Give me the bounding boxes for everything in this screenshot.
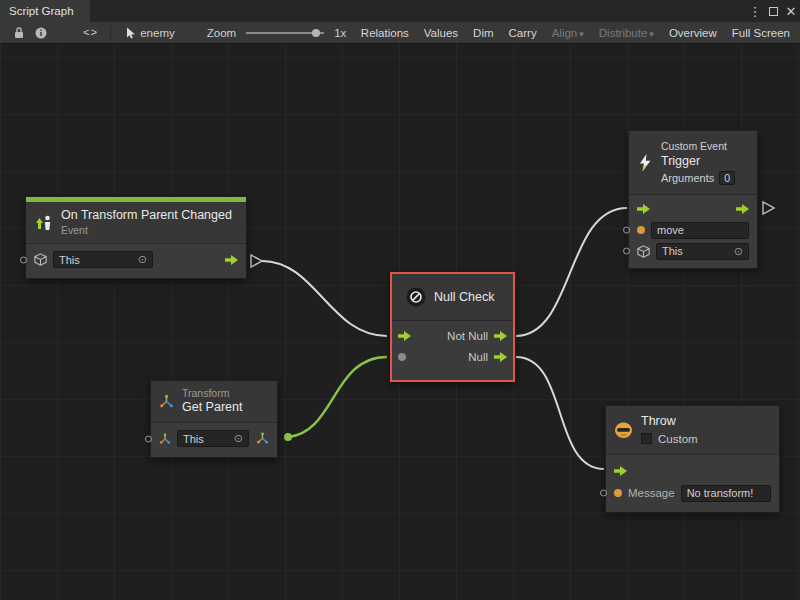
value-input-port[interactable]	[623, 248, 630, 255]
arguments-label: Arguments	[661, 171, 714, 186]
zoom-value: 1x	[334, 27, 346, 39]
node-null-check[interactable]: Null Check Not Null Null	[390, 272, 515, 382]
this-port-row: This ⊙	[159, 428, 269, 450]
this-field[interactable]: This ⊙	[656, 243, 749, 260]
align-button[interactable]: Align▾	[552, 27, 584, 39]
node-header: Custom Event Trigger Arguments 0	[629, 131, 757, 194]
value-input-port[interactable]	[145, 435, 152, 442]
this-field-value: This	[183, 433, 204, 445]
string-port[interactable]	[614, 489, 622, 497]
event-name-field[interactable]: move	[651, 222, 749, 239]
custom-option-row: Custom	[641, 432, 698, 446]
lock-icon[interactable]	[8, 22, 30, 43]
control-output-port[interactable]	[736, 204, 749, 214]
graph-canvas[interactable]: On Transform Parent Changed Event This ⊙	[0, 44, 800, 600]
node-titles: Throw Custom	[641, 414, 698, 446]
kebab-menu-icon[interactable]: ⋮	[746, 0, 764, 22]
info-icon[interactable]	[30, 22, 52, 43]
node-title: Throw	[641, 414, 698, 430]
chevron-down-icon: ▾	[579, 29, 584, 39]
control-output-port[interactable]	[225, 255, 238, 265]
wire-event-to-nullcheck	[262, 261, 387, 336]
message-field[interactable]: No transform!	[681, 485, 771, 502]
null-output-port[interactable]	[494, 352, 507, 362]
play-triangle-icon	[251, 255, 262, 267]
graph-cursor-icon	[126, 27, 136, 39]
relations-button[interactable]: Relations	[361, 27, 409, 39]
custom-checkbox[interactable]	[641, 433, 652, 444]
object-picker-icon[interactable]: ⊙	[234, 432, 243, 445]
node-body: Not Null Null	[392, 320, 513, 380]
code-icon[interactable]: <>	[78, 22, 103, 43]
distribute-button[interactable]: Distribute▾	[599, 27, 654, 39]
wire-notnull-to-customevent	[516, 208, 627, 336]
dim-button[interactable]: Dim	[473, 27, 493, 39]
zoom-slider[interactable]	[246, 26, 324, 40]
value-input-port[interactable]	[600, 490, 607, 497]
this-field[interactable]: This ⊙	[177, 430, 249, 447]
node-trigger-custom-event[interactable]: Custom Event Trigger Arguments 0	[628, 130, 758, 269]
object-picker-icon[interactable]: ⊙	[734, 245, 743, 258]
value-input-port[interactable]	[20, 256, 27, 263]
cube-icon	[637, 245, 650, 258]
control-input-port[interactable]	[637, 204, 650, 214]
not-null-label: Not Null	[447, 330, 488, 342]
node-titles: Transform Get Parent	[182, 387, 242, 416]
wire-getparent-to-nullcheck	[288, 357, 387, 437]
node-body: This ⊙	[151, 422, 277, 457]
control-input-port[interactable]	[398, 331, 411, 341]
transform-parent-event-icon	[34, 214, 53, 231]
value-input-port[interactable]	[623, 227, 630, 234]
object-picker-icon[interactable]: ⊙	[138, 253, 147, 266]
toolbar-divider	[110, 26, 111, 40]
zoom-label: Zoom	[207, 27, 236, 39]
value-wire-start-dot	[284, 433, 292, 441]
this-field[interactable]: This ⊙	[53, 251, 153, 268]
cube-icon	[34, 253, 47, 266]
node-titles: On Transform Parent Changed Event	[61, 208, 232, 237]
node-subtitle: Event	[61, 224, 232, 237]
node-header: Null Check	[392, 274, 513, 320]
overview-button[interactable]: Overview	[669, 27, 717, 39]
node-body: Message No transform!	[606, 454, 779, 512]
arguments-field[interactable]: 0	[719, 171, 735, 185]
toolbar-buttons: Relations Values Dim Carry Align▾ Distri…	[361, 27, 792, 39]
throw-icon	[614, 422, 633, 439]
wire-null-to-throw	[516, 357, 604, 469]
node-get-parent[interactable]: Transform Get Parent This ⊙	[150, 380, 278, 458]
maximize-square	[769, 7, 778, 16]
null-check-icon	[406, 287, 426, 307]
node-body: move This ⊙	[629, 194, 757, 268]
maximize-icon[interactable]	[764, 0, 782, 22]
custom-label: Custom	[658, 432, 698, 446]
graph-name-label: enemy	[140, 27, 175, 39]
node-header: On Transform Parent Changed Event	[26, 202, 246, 243]
node-body: This ⊙	[26, 243, 246, 278]
not-null-output-port[interactable]	[494, 331, 507, 341]
distribute-label: Distribute	[599, 27, 648, 39]
string-port[interactable]	[637, 226, 645, 234]
values-button[interactable]: Values	[424, 27, 458, 39]
fullscreen-button[interactable]: Full Screen	[732, 27, 790, 39]
node-on-transform-parent-changed[interactable]: On Transform Parent Changed Event This ⊙	[25, 196, 247, 279]
close-icon[interactable]: ✕	[782, 0, 800, 22]
this-port-row: This ⊙	[637, 241, 749, 262]
node-title: Null Check	[434, 290, 494, 304]
node-category: Custom Event	[661, 139, 735, 153]
node-titles: Custom Event Trigger Arguments 0	[661, 139, 735, 186]
carry-button[interactable]: Carry	[509, 27, 537, 39]
control-input-port[interactable]	[614, 466, 627, 476]
play-triangle-icon	[763, 202, 774, 214]
transform-output-port[interactable]	[256, 432, 269, 445]
value-input-port[interactable]	[398, 353, 406, 361]
message-value: No transform!	[687, 487, 754, 499]
not-null-row: Not Null	[398, 325, 507, 346]
message-label: Message	[628, 487, 675, 499]
node-throw[interactable]: Throw Custom Message	[605, 405, 780, 513]
zoom-slider-knob[interactable]	[312, 29, 320, 37]
tab-script-graph[interactable]: Script Graph	[0, 0, 90, 22]
script-graph-window: Script Graph ⋮ ✕ <> enemy Zoom 1x Relati…	[0, 0, 800, 600]
align-label: Align	[552, 27, 578, 39]
null-row: Null	[398, 346, 507, 367]
node-header: Throw Custom	[606, 406, 779, 454]
